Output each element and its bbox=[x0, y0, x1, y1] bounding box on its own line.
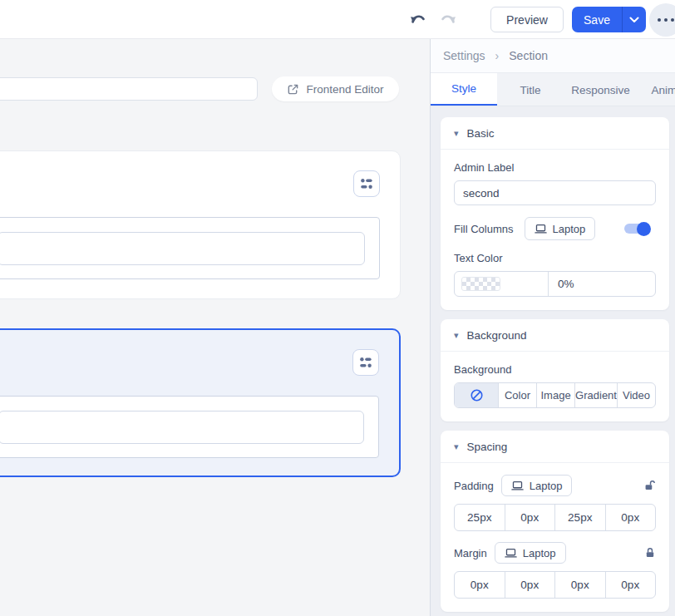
chevron-down-icon bbox=[629, 17, 639, 23]
section-background: ▾ Background Background Color Image Grad… bbox=[441, 319, 669, 421]
toggle-knob bbox=[637, 222, 651, 236]
laptop-icon bbox=[535, 224, 547, 234]
external-link-icon bbox=[287, 83, 299, 96]
background-gradient-button[interactable]: Gradient bbox=[574, 383, 617, 407]
collapse-arrow-icon: ▾ bbox=[454, 331, 459, 340]
tab-title[interactable]: Title bbox=[497, 73, 564, 106]
fill-columns-toggle[interactable] bbox=[624, 224, 649, 234]
section-basic: ▾ Basic Admin Label Fill Columns Laptop bbox=[441, 117, 669, 310]
section-background-header[interactable]: ▾ Background bbox=[441, 319, 669, 352]
more-options-button[interactable] bbox=[649, 3, 675, 37]
section-title: Spacing bbox=[467, 441, 508, 453]
canvas-field-input bbox=[0, 232, 365, 265]
breadcrumb-section: Section bbox=[509, 49, 548, 62]
admin-label-label: Admin Label bbox=[454, 161, 656, 174]
background-color-button[interactable]: Color bbox=[498, 383, 536, 407]
editor-canvas: Frontend Editor bbox=[0, 39, 430, 616]
circle-slash-icon bbox=[470, 388, 484, 402]
element-settings-icon bbox=[359, 176, 374, 191]
breadcrumb: Settings › Section bbox=[431, 39, 675, 73]
text-color-label: Text Color bbox=[454, 252, 656, 264]
canvas-field-wrapper bbox=[0, 396, 379, 458]
section-spacing: ▾ Spacing Padding Laptop bbox=[441, 431, 669, 612]
ellipsis-icon bbox=[658, 18, 661, 22]
section-title: Basic bbox=[467, 127, 495, 140]
admin-label-input[interactable] bbox=[454, 180, 656, 205]
padding-device-button[interactable]: Laptop bbox=[501, 475, 573, 496]
canvas-section-first[interactable] bbox=[0, 150, 401, 299]
panel-content: ▾ Basic Admin Label Fill Columns Laptop bbox=[431, 106, 675, 616]
text-color-opacity-value[interactable]: 0% bbox=[549, 278, 655, 290]
padlock-open-icon bbox=[644, 480, 656, 491]
padlock-closed-icon bbox=[644, 547, 656, 559]
tab-animations[interactable]: Animations bbox=[638, 73, 675, 106]
tab-responsive[interactable]: Responsive bbox=[564, 73, 638, 106]
collapse-arrow-icon: ▾ bbox=[454, 129, 459, 138]
breadcrumb-chevron-icon: › bbox=[495, 49, 500, 62]
canvas-section-second-selected[interactable] bbox=[0, 328, 401, 477]
margin-left-input[interactable] bbox=[605, 572, 656, 598]
element-settings-button[interactable] bbox=[353, 170, 380, 197]
padding-inputs bbox=[454, 504, 656, 531]
background-image-button[interactable]: Image bbox=[536, 383, 574, 407]
padding-right-input[interactable] bbox=[505, 505, 555, 530]
redo-icon[interactable] bbox=[439, 11, 457, 27]
panel-tabs: Style Title Responsive Animations bbox=[431, 73, 675, 106]
background-video-button[interactable]: Video bbox=[617, 383, 655, 407]
device-label: Laptop bbox=[523, 547, 556, 559]
canvas-field-input bbox=[0, 411, 364, 444]
section-title: Background bbox=[467, 329, 527, 342]
save-button[interactable]: Save bbox=[572, 7, 622, 32]
margin-top-input[interactable] bbox=[455, 572, 505, 598]
margin-right-input[interactable] bbox=[505, 572, 555, 598]
device-label: Laptop bbox=[553, 223, 586, 235]
preview-button[interactable]: Preview bbox=[490, 7, 564, 32]
transparent-swatch bbox=[461, 277, 500, 291]
section-basic-header[interactable]: ▾ Basic bbox=[441, 117, 669, 150]
background-type-group: Color Image Gradient Video bbox=[454, 382, 656, 408]
laptop-icon bbox=[511, 480, 524, 491]
device-label: Laptop bbox=[530, 480, 563, 492]
padding-label: Padding bbox=[454, 480, 494, 492]
text-color-control: 0% bbox=[454, 271, 656, 297]
padding-link-toggle[interactable] bbox=[644, 480, 656, 491]
canvas-field-wrapper bbox=[0, 217, 380, 279]
element-settings-button[interactable] bbox=[352, 349, 379, 376]
fill-columns-device-button[interactable]: Laptop bbox=[525, 217, 596, 240]
undo-icon[interactable] bbox=[409, 11, 427, 27]
margin-device-button[interactable]: Laptop bbox=[495, 542, 566, 564]
settings-panel: Settings › Section Style Title Responsiv… bbox=[430, 39, 675, 616]
frontend-editor-button[interactable]: Frontend Editor bbox=[272, 76, 399, 101]
collapse-arrow-icon: ▾ bbox=[454, 442, 459, 451]
margin-bottom-input[interactable] bbox=[554, 572, 605, 598]
tab-style[interactable]: Style bbox=[431, 73, 497, 106]
margin-label: Margin bbox=[454, 547, 487, 559]
padding-bottom-input[interactable] bbox=[554, 505, 605, 530]
section-spacing-header[interactable]: ▾ Spacing bbox=[441, 431, 669, 463]
margin-inputs bbox=[454, 571, 656, 599]
fill-columns-label: Fill Columns bbox=[454, 223, 514, 235]
padding-left-input[interactable] bbox=[605, 505, 656, 530]
top-toolbar: Preview Save bbox=[0, 0, 675, 39]
laptop-icon bbox=[505, 548, 517, 559]
save-dropdown-button[interactable] bbox=[622, 7, 646, 32]
color-swatch-button[interactable] bbox=[455, 272, 549, 296]
breadcrumb-settings[interactable]: Settings bbox=[443, 49, 485, 62]
frontend-editor-label: Frontend Editor bbox=[306, 83, 383, 96]
canvas-form-field-top[interactable] bbox=[0, 77, 258, 101]
background-none-button[interactable] bbox=[455, 383, 498, 407]
save-button-group: Save bbox=[572, 7, 646, 32]
padding-top-input[interactable] bbox=[455, 505, 505, 530]
margin-link-toggle[interactable] bbox=[644, 547, 656, 559]
background-field-label: Background bbox=[454, 363, 656, 376]
element-settings-icon bbox=[358, 355, 373, 370]
